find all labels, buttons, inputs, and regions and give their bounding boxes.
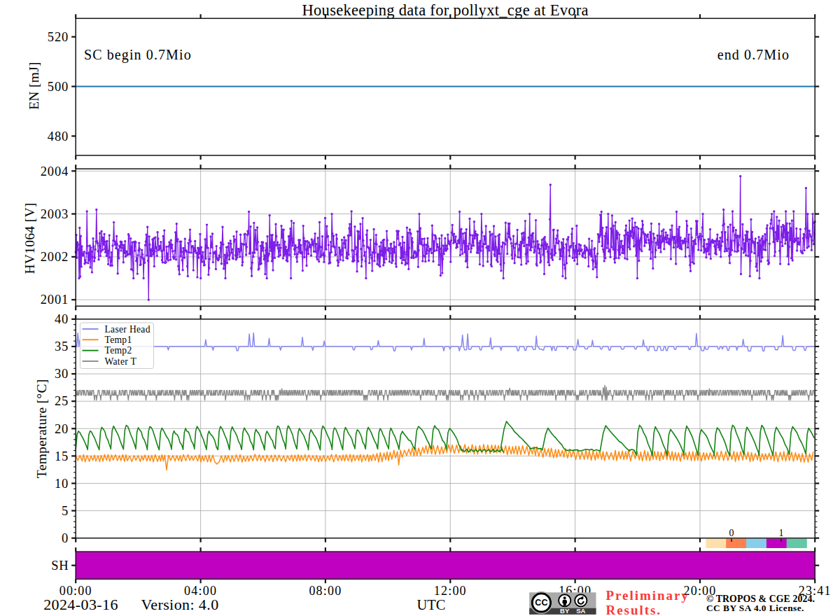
svg-text:0: 0 <box>729 528 734 538</box>
svg-text:40: 40 <box>55 312 69 326</box>
svg-text:SH: SH <box>51 559 69 573</box>
svg-text:SC begin 0.7Mio: SC begin 0.7Mio <box>84 47 192 63</box>
svg-text:500: 500 <box>48 80 69 94</box>
svg-text:CC: CC <box>535 598 547 608</box>
svg-text:EN [mJ]: EN [mJ] <box>27 62 41 110</box>
svg-text:20: 20 <box>55 422 69 436</box>
svg-text:Housekeeping data for pollyxt_: Housekeeping data for pollyxt_cge at Evo… <box>302 1 589 19</box>
svg-text:Temp1: Temp1 <box>105 335 132 345</box>
svg-text:2003: 2003 <box>41 207 69 221</box>
svg-text:08:00: 08:00 <box>309 584 342 598</box>
svg-text:25: 25 <box>55 394 69 408</box>
svg-text:1: 1 <box>779 528 784 538</box>
svg-text:2001: 2001 <box>41 293 69 307</box>
svg-text:CC BY SA 4.0 License.: CC BY SA 4.0 License. <box>706 603 804 613</box>
svg-text:0: 0 <box>62 531 69 545</box>
svg-text:2024-03-16: 2024-03-16 <box>43 596 118 613</box>
svg-text:Temperature [°C]: Temperature [°C] <box>34 379 49 478</box>
svg-text:Water T: Water T <box>105 356 137 367</box>
svg-text:30: 30 <box>55 367 69 381</box>
svg-text:Temp2: Temp2 <box>105 345 132 356</box>
svg-text:SA: SA <box>576 607 585 615</box>
svg-text:Version: 4.0: Version: 4.0 <box>141 596 218 613</box>
svg-text:end 0.7Mio: end 0.7Mio <box>718 47 790 62</box>
svg-text:2002: 2002 <box>41 250 69 264</box>
svg-text:5: 5 <box>62 504 69 518</box>
svg-text:35: 35 <box>55 340 69 354</box>
svg-text:UTC: UTC <box>417 597 446 612</box>
svg-text:15: 15 <box>55 449 69 463</box>
svg-text:2004: 2004 <box>41 164 69 178</box>
svg-text:520: 520 <box>48 30 69 44</box>
svg-text:BY: BY <box>560 607 570 615</box>
svg-text:Laser Head: Laser Head <box>105 324 150 335</box>
svg-text:Results.: Results. <box>606 603 662 616</box>
svg-text:10: 10 <box>55 477 69 491</box>
svg-text:HV1064 [V]: HV1064 [V] <box>22 202 37 274</box>
svg-text:Preliminary: Preliminary <box>606 588 690 603</box>
svg-text:480: 480 <box>48 130 69 144</box>
svg-text:12:00: 12:00 <box>434 584 467 598</box>
